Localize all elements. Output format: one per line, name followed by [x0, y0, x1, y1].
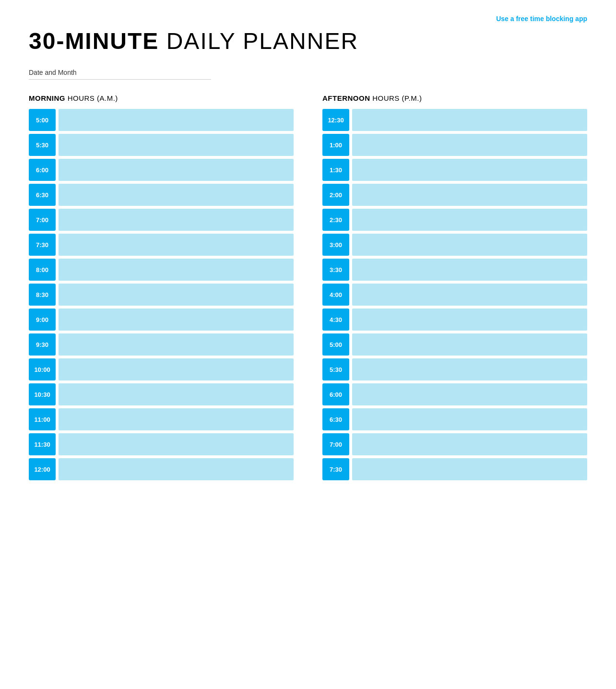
- time-row[interactable]: 6:30: [29, 184, 294, 206]
- time-row[interactable]: 7:00: [322, 433, 587, 455]
- time-block[interactable]: [352, 358, 587, 380]
- time-row[interactable]: 7:30: [322, 458, 587, 480]
- time-block[interactable]: [352, 134, 587, 156]
- time-row[interactable]: 2:30: [322, 209, 587, 231]
- time-row[interactable]: 6:00: [29, 159, 294, 181]
- time-block[interactable]: [59, 433, 294, 455]
- time-block[interactable]: [59, 159, 294, 181]
- afternoon-column: AFTERNOON HOURS (P.M.) 12:30 1:00 1:30 2…: [322, 94, 587, 483]
- time-block[interactable]: [352, 184, 587, 206]
- time-badge: 1:30: [322, 159, 349, 181]
- time-block[interactable]: [59, 333, 294, 356]
- time-block[interactable]: [352, 458, 587, 480]
- time-block[interactable]: [59, 408, 294, 430]
- top-link-bar: Use a free time blocking app: [29, 14, 587, 23]
- top-link[interactable]: Use a free time blocking app: [496, 15, 587, 23]
- date-label: Date and Month: [29, 69, 587, 76]
- time-row[interactable]: 1:00: [322, 134, 587, 156]
- columns-container: MORNING HOURS (A.M.) 5:00 5:30 6:00 6:30…: [29, 94, 587, 483]
- time-block[interactable]: [352, 433, 587, 455]
- page-title-regular: DAILY PLANNER: [159, 28, 358, 54]
- time-block[interactable]: [352, 209, 587, 231]
- time-badge: 9:30: [29, 333, 56, 356]
- morning-column: MORNING HOURS (A.M.) 5:00 5:30 6:00 6:30…: [29, 94, 294, 483]
- time-block[interactable]: [352, 309, 587, 331]
- time-row[interactable]: 12:30: [322, 109, 587, 131]
- time-row[interactable]: 3:30: [322, 259, 587, 281]
- time-row[interactable]: 11:30: [29, 433, 294, 455]
- time-badge: 10:00: [29, 358, 56, 380]
- morning-header: MORNING HOURS (A.M.): [29, 94, 294, 102]
- time-block[interactable]: [352, 159, 587, 181]
- time-row[interactable]: 5:00: [322, 333, 587, 356]
- time-block[interactable]: [59, 383, 294, 405]
- time-badge: 11:00: [29, 408, 56, 430]
- date-divider: [29, 79, 211, 80]
- time-badge: 7:30: [29, 234, 56, 256]
- time-row[interactable]: 5:00: [29, 109, 294, 131]
- afternoon-header: AFTERNOON HOURS (P.M.): [322, 94, 587, 102]
- time-badge: 12:30: [322, 109, 349, 131]
- time-badge: 3:30: [322, 259, 349, 281]
- time-badge: 8:30: [29, 284, 56, 306]
- time-row[interactable]: 12:00: [29, 458, 294, 480]
- time-badge: 2:30: [322, 209, 349, 231]
- time-block[interactable]: [59, 134, 294, 156]
- time-block[interactable]: [59, 109, 294, 131]
- morning-header-bold: MORNING: [29, 94, 65, 102]
- morning-times: 5:00 5:30 6:00 6:30 7:00 7:30 8:00 8:30 …: [29, 109, 294, 480]
- time-block[interactable]: [59, 259, 294, 281]
- time-badge: 5:30: [29, 134, 56, 156]
- time-badge: 12:00: [29, 458, 56, 480]
- time-block[interactable]: [59, 234, 294, 256]
- time-badge: 4:30: [322, 309, 349, 331]
- time-row[interactable]: 2:00: [322, 184, 587, 206]
- time-badge: 7:00: [29, 209, 56, 231]
- time-row[interactable]: 5:30: [29, 134, 294, 156]
- morning-header-regular: HOURS (A.M.): [65, 94, 118, 102]
- time-block[interactable]: [59, 284, 294, 306]
- afternoon-header-bold: AFTERNOON: [322, 94, 370, 102]
- time-row[interactable]: 10:00: [29, 358, 294, 380]
- time-row[interactable]: 4:30: [322, 309, 587, 331]
- time-block[interactable]: [59, 458, 294, 480]
- time-row[interactable]: 9:30: [29, 333, 294, 356]
- time-block[interactable]: [352, 284, 587, 306]
- time-block[interactable]: [352, 234, 587, 256]
- time-badge: 4:00: [322, 284, 349, 306]
- time-row[interactable]: 6:30: [322, 408, 587, 430]
- time-block[interactable]: [352, 408, 587, 430]
- time-block[interactable]: [352, 333, 587, 356]
- time-block[interactable]: [59, 209, 294, 231]
- page-title-bold: 30-MINUTE: [29, 28, 159, 54]
- time-badge: 5:00: [29, 109, 56, 131]
- time-row[interactable]: 8:30: [29, 284, 294, 306]
- time-block[interactable]: [352, 109, 587, 131]
- time-badge: 2:00: [322, 184, 349, 206]
- time-row[interactable]: 1:30: [322, 159, 587, 181]
- time-row[interactable]: 4:00: [322, 284, 587, 306]
- time-badge: 9:00: [29, 309, 56, 331]
- time-badge: 11:30: [29, 433, 56, 455]
- time-block[interactable]: [352, 383, 587, 405]
- time-block[interactable]: [59, 358, 294, 380]
- time-row[interactable]: 10:30: [29, 383, 294, 405]
- time-badge: 7:00: [322, 433, 349, 455]
- time-block[interactable]: [352, 259, 587, 281]
- page-title: 30-MINUTE DAILY PLANNER: [29, 28, 587, 54]
- time-block[interactable]: [59, 184, 294, 206]
- time-badge: 6:00: [29, 159, 56, 181]
- time-row[interactable]: 3:00: [322, 234, 587, 256]
- time-row[interactable]: 7:30: [29, 234, 294, 256]
- time-badge: 6:30: [322, 408, 349, 430]
- time-row[interactable]: 5:30: [322, 358, 587, 380]
- time-badge: 10:30: [29, 383, 56, 405]
- time-row[interactable]: 9:00: [29, 309, 294, 331]
- afternoon-header-regular: HOURS (P.M.): [370, 94, 422, 102]
- time-row[interactable]: 8:00: [29, 259, 294, 281]
- time-block[interactable]: [59, 309, 294, 331]
- time-row[interactable]: 7:00: [29, 209, 294, 231]
- time-row[interactable]: 11:00: [29, 408, 294, 430]
- time-badge: 3:00: [322, 234, 349, 256]
- time-row[interactable]: 6:00: [322, 383, 587, 405]
